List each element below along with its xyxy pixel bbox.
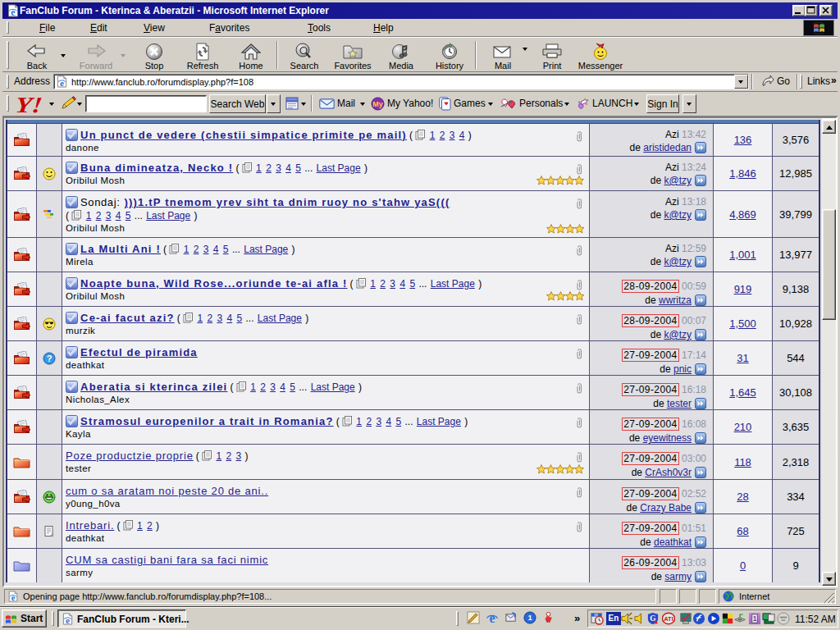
svg-text:1: 1 bbox=[753, 614, 757, 623]
svg-text:My: My bbox=[372, 100, 383, 108]
svg-text:1: 1 bbox=[527, 613, 532, 622]
svg-text:ATI: ATI bbox=[664, 615, 673, 623]
